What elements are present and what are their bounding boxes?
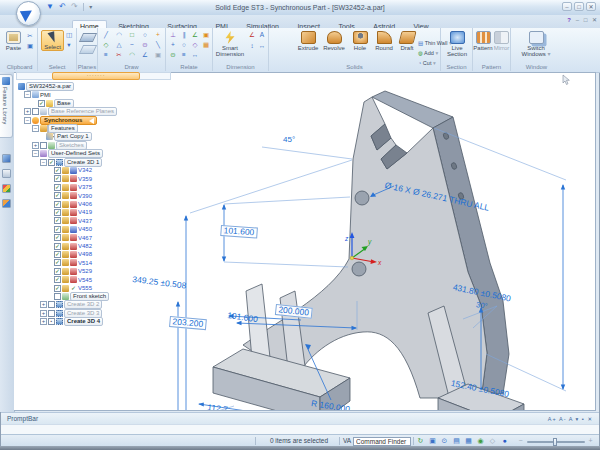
checkbox-checked[interactable] xyxy=(54,234,61,241)
circle-tool-icon[interactable]: ○ xyxy=(140,30,150,39)
expand-icon[interactable] xyxy=(40,310,47,317)
tree-item-v467[interactable]: V467 xyxy=(54,233,92,241)
command-finder-input[interactable] xyxy=(353,437,411,446)
tree-item-create3d-3[interactable]: Create 3D 3 xyxy=(40,309,102,317)
draft-button[interactable]: Draft xyxy=(396,30,418,51)
doc-close-icon[interactable]: ✕ xyxy=(592,17,597,23)
point-tool-icon[interactable]: + xyxy=(153,30,163,39)
horizontal-relation-icon[interactable]: ↔ xyxy=(190,50,200,59)
dimension-angle-30[interactable]: 30° xyxy=(475,300,488,311)
line2-tool-icon[interactable]: ╲ xyxy=(153,40,163,49)
width-dimension-icon[interactable]: ↔ xyxy=(257,41,267,50)
layers-icon[interactable] xyxy=(2,169,11,178)
expand-icon[interactable] xyxy=(40,301,47,308)
view-styles-icon[interactable]: ● xyxy=(499,436,510,446)
checkbox-checked[interactable] xyxy=(54,184,61,191)
revolve-button[interactable]: Revolve xyxy=(321,30,347,51)
dimension-angle-45[interactable]: 45° xyxy=(283,135,295,144)
rectangle-tool-icon[interactable]: □ xyxy=(127,30,137,39)
checkbox-checked[interactable] xyxy=(38,100,45,107)
polygon-tool-icon[interactable]: ◇ xyxy=(101,40,111,49)
checkbox-checked[interactable] xyxy=(54,259,61,266)
fillet-tool-icon[interactable]: ◠ xyxy=(127,50,137,59)
zoom-out-icon[interactable]: − xyxy=(515,436,526,446)
tree-item-v375[interactable]: V375 xyxy=(54,183,92,191)
coincident-plane-icon[interactable] xyxy=(79,33,97,42)
trim-tool-icon[interactable]: ✂ xyxy=(114,50,124,59)
checkbox-unchecked[interactable] xyxy=(48,310,55,317)
font-decrease-icon[interactable]: A- xyxy=(559,416,567,422)
doc-restore-icon[interactable]: □ xyxy=(584,17,588,23)
text-size-up-icon[interactable]: A xyxy=(257,30,267,39)
tree-item-front-sketch[interactable]: Front sketch xyxy=(54,292,109,300)
checkbox-unchecked[interactable] xyxy=(54,293,61,300)
tree-item-v529[interactable]: V529 xyxy=(54,267,92,275)
checkbox-checked[interactable] xyxy=(54,251,61,258)
redo-icon[interactable]: ↷ xyxy=(71,2,78,11)
live-section-button[interactable]: Live Section xyxy=(443,30,471,57)
mirror-button[interactable]: Mirror xyxy=(493,30,510,51)
collapse-icon[interactable] xyxy=(32,125,39,132)
tree-item-sketches[interactable]: Sketches xyxy=(32,141,87,149)
prompt-close-icon[interactable]: ✕ xyxy=(587,416,593,422)
switch-windows-button[interactable]: Switch Windows ▾ xyxy=(516,30,556,57)
smart-dimension-button[interactable]: Smart Dimension xyxy=(215,30,245,57)
checkbox-checked[interactable] xyxy=(54,285,61,292)
checkbox-checked[interactable] xyxy=(54,243,61,250)
paste-button[interactable]: Paste xyxy=(3,30,24,51)
checkbox-unchecked[interactable] xyxy=(48,301,55,308)
tree-item-v342[interactable]: V342 xyxy=(54,166,92,174)
checkbox-checked[interactable] xyxy=(54,192,61,199)
expand-icon[interactable] xyxy=(32,142,39,149)
curve-tool-icon[interactable]: ~ xyxy=(127,40,137,49)
concentric-relation-icon[interactable]: ⊙ xyxy=(168,50,178,59)
font-increase-icon[interactable]: A+ xyxy=(548,416,557,422)
chamfer-tool-icon[interactable]: ∠ xyxy=(140,50,150,59)
save-icon[interactable]: ▼ xyxy=(46,2,54,11)
tree-item-create3d-4[interactable]: Create 3D 4 xyxy=(40,317,103,325)
qat-customize-dropdown-icon[interactable]: ▾ xyxy=(89,4,92,10)
app-logo-button[interactable] xyxy=(16,1,41,26)
rigid-relation-icon[interactable]: ▦ xyxy=(201,40,211,49)
extrude-button[interactable]: Extrude xyxy=(295,30,321,51)
checkbox-checked[interactable] xyxy=(54,175,61,182)
tree-item-create3d-2[interactable]: Create 3D 2 xyxy=(40,300,102,308)
symmetric-relation-icon[interactable]: ◇ xyxy=(190,40,200,49)
named-views-icon[interactable]: ◇ xyxy=(487,436,498,446)
pin-icon[interactable]: ▪ xyxy=(582,416,585,422)
maximize-button[interactable]: □ xyxy=(574,2,584,11)
equal-relation-icon[interactable]: ≡ xyxy=(179,50,189,59)
tree-item-part-copy[interactable]: Part Copy 1 xyxy=(46,132,92,140)
angle-relation-icon[interactable]: ∠ xyxy=(190,30,200,39)
color-manager-icon[interactable] xyxy=(2,184,11,193)
collapse-icon[interactable] xyxy=(24,91,31,98)
tree-item-synchronous[interactable]: Synchronous xyxy=(24,116,97,124)
arc-tool-icon[interactable]: ◠ xyxy=(114,30,124,39)
tree-item-v450[interactable]: V450 xyxy=(54,225,92,233)
minimize-button[interactable]: – xyxy=(562,2,572,11)
checkbox-unchecked[interactable] xyxy=(32,108,39,115)
checkbox-checked[interactable] xyxy=(54,268,61,275)
checkbox-checked[interactable] xyxy=(54,209,61,216)
tool-palette-icon[interactable] xyxy=(2,154,11,163)
checkbox-checked[interactable] xyxy=(54,217,61,224)
refresh-view-icon[interactable]: ↻ xyxy=(415,436,426,446)
font-icon[interactable]: A xyxy=(569,416,573,422)
rotate-view-icon[interactable]: ◉ xyxy=(475,436,486,446)
checkbox-unchecked[interactable] xyxy=(40,142,47,149)
pathfinder-drag-handle[interactable]: ······· xyxy=(52,72,140,80)
dimension-112[interactable]: 112.7 xyxy=(207,402,229,411)
undo-icon[interactable]: ↶ xyxy=(59,2,66,11)
tree-item-v390[interactable]: V390 xyxy=(54,191,92,199)
checkbox-checked[interactable] xyxy=(48,159,55,166)
tree-item-base[interactable]: Base xyxy=(38,99,74,107)
help-icon[interactable]: ? xyxy=(567,17,571,23)
perpendicular-relation-icon[interactable]: ⊥ xyxy=(168,30,178,39)
tangent-relation-icon[interactable]: ○ xyxy=(179,40,189,49)
close-button[interactable]: ✕ xyxy=(586,2,596,11)
pattern-tool-icon[interactable]: ▣ xyxy=(153,50,163,59)
checkbox-checked[interactable] xyxy=(54,201,61,208)
more-planes-icon[interactable] xyxy=(79,45,97,54)
distance-dimension-icon[interactable]: ↕ xyxy=(247,41,257,50)
ellipse-tool-icon[interactable]: ⊙ xyxy=(140,40,150,49)
